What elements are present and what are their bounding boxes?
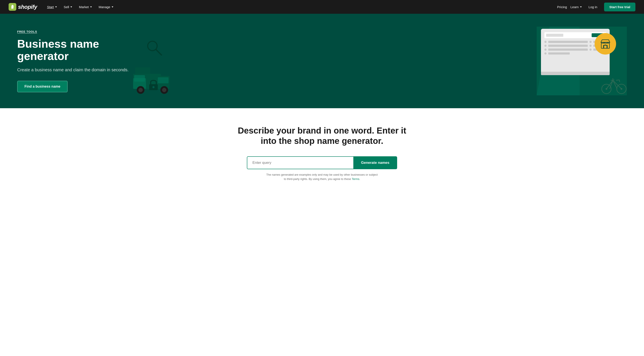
hero-subtitle: Create a business name and claim the dom… xyxy=(17,66,129,73)
logo-link[interactable]: shopify xyxy=(8,3,37,11)
magnifier-illustration xyxy=(146,40,163,57)
chevron-down-icon xyxy=(112,6,113,8)
nav-link-manage[interactable]: Manage xyxy=(96,4,116,10)
nav-link-market[interactable]: Market xyxy=(76,4,95,10)
main-heading: Describe your brand in one word. Enter i… xyxy=(234,126,410,146)
chevron-down-icon xyxy=(70,6,72,8)
chevron-down-icon xyxy=(55,6,57,8)
chevron-down-icon xyxy=(580,6,582,8)
navbar: shopify Start Sell Market Manage Pricing… xyxy=(0,0,644,14)
login-link[interactable]: Log in xyxy=(585,4,601,10)
nav-pricing-link[interactable]: Pricing xyxy=(557,5,567,9)
lock-illustration xyxy=(148,78,159,91)
nav-links: Start Sell Market Manage xyxy=(44,4,557,10)
svg-point-7 xyxy=(138,88,143,92)
terms-link[interactable]: Terms xyxy=(352,177,359,180)
nav-link-start[interactable]: Start xyxy=(44,4,60,10)
hero-title: Business name generator xyxy=(17,38,129,62)
hero-cta-button[interactable]: Find a business name xyxy=(17,81,68,92)
logo-text: shopify xyxy=(18,4,37,10)
hero-illustration xyxy=(129,26,627,95)
search-area: Generate names xyxy=(247,156,397,169)
svg-line-15 xyxy=(613,80,617,89)
chevron-down-icon xyxy=(90,6,92,8)
nav-learn-link[interactable]: Learn xyxy=(570,5,582,9)
nav-cta-button[interactable]: Start free trial xyxy=(604,2,636,12)
disclaimer-text: The names generated are examples only an… xyxy=(266,173,378,181)
svg-line-17 xyxy=(619,80,620,82)
nav-right: Pricing Learn Log in Start free trial xyxy=(557,2,636,12)
svg-point-9 xyxy=(162,88,166,92)
svg-rect-4 xyxy=(134,75,145,82)
svg-line-16 xyxy=(616,80,619,80)
main-section: Describe your brand in one word. Enter i… xyxy=(0,108,644,198)
logo-icon xyxy=(8,3,16,11)
store-badge xyxy=(595,33,616,54)
hero-tag[interactable]: FREE TOOLS xyxy=(17,30,37,34)
svg-point-23 xyxy=(152,86,154,88)
bike-illustration xyxy=(601,74,627,95)
svg-rect-5 xyxy=(158,77,168,83)
hero-section: FREE TOOLS Business name generator Creat… xyxy=(0,14,644,108)
generate-names-button[interactable]: Generate names xyxy=(353,156,397,169)
hero-content: FREE TOOLS Business name generator Creat… xyxy=(17,30,129,92)
query-input[interactable] xyxy=(247,156,353,169)
svg-rect-10 xyxy=(601,43,610,48)
nav-link-sell[interactable]: Sell xyxy=(61,4,75,10)
svg-line-21 xyxy=(156,50,162,55)
